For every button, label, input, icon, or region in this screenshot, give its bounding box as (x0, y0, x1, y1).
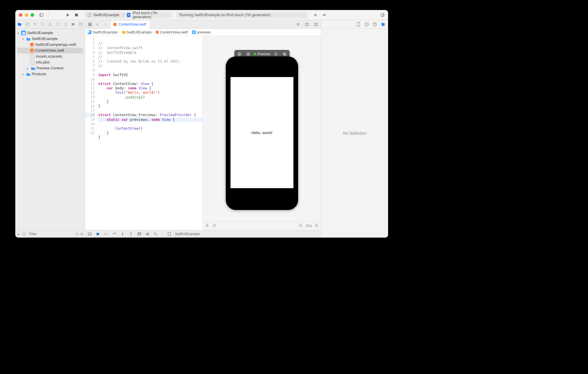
preview-list-icon[interactable] (212, 223, 216, 228)
hide-debug-icon[interactable] (87, 231, 92, 237)
related-items-icon[interactable] (86, 21, 93, 28)
issue-navigator-tab[interactable] (48, 22, 53, 27)
jump-bar[interactable]: ▣SwiftUIExample › SwiftUIExample › Conte… (85, 29, 321, 36)
code-editor[interactable]: 12345678910111213141516171819202122 // /… (85, 36, 203, 230)
breakpoint-navigator-tab[interactable] (70, 22, 76, 27)
add-editor-icon[interactable] (312, 21, 319, 28)
file-row-contentview[interactable]: ContentView.swift (17, 48, 83, 54)
assets-icon (30, 54, 35, 59)
filter-input[interactable] (29, 232, 74, 236)
swift-file-icon (30, 49, 34, 53)
svg-rect-18 (88, 23, 90, 24)
step-over-icon[interactable] (112, 231, 117, 237)
memory-graph-icon[interactable] (145, 231, 150, 237)
no-selection-label: No Selection (343, 131, 366, 136)
toggle-navigator-icon[interactable] (38, 11, 45, 19)
pin-preview-icon[interactable] (205, 223, 209, 228)
device-icon: ✦ (127, 13, 130, 17)
scheme-name: SwiftUIExample (93, 13, 119, 17)
svg-point-10 (35, 23, 36, 24)
svg-line-60 (147, 234, 148, 235)
zoom-in-icon[interactable] (315, 223, 319, 228)
step-out-icon[interactable] (128, 231, 133, 237)
breakpoints-toggle[interactable] (95, 231, 101, 237)
recent-files-icon[interactable]: ◷ (76, 232, 78, 236)
source-text[interactable]: // // ContentView.swift // SwiftUIExampl… (97, 36, 203, 230)
editor-tab[interactable]: ContentView.swift (111, 20, 150, 29)
minimap-icon[interactable] (295, 21, 302, 28)
group-preview-content[interactable]: ▸ Preview Content (15, 65, 85, 71)
history-inspector-tab[interactable] (364, 22, 369, 27)
test-navigator-tab[interactable] (55, 22, 60, 27)
preview-status: Preview (254, 52, 270, 56)
view-debug-icon[interactable] (136, 231, 142, 237)
file-row-assets[interactable]: Assets.xcassets (15, 54, 85, 59)
svg-line-8 (26, 23, 29, 26)
svg-point-9 (34, 23, 35, 24)
svg-point-12 (41, 23, 44, 25)
svg-point-67 (373, 22, 377, 26)
report-navigator-tab[interactable] (78, 22, 83, 27)
debug-process-icon[interactable] (167, 231, 172, 237)
run-button[interactable] (65, 11, 71, 19)
svg-line-63 (155, 234, 156, 234)
project-navigator-tab[interactable] (17, 22, 22, 27)
code-review-icon[interactable] (321, 11, 328, 19)
swift-file-icon (113, 23, 117, 26)
file-inspector-tab[interactable] (356, 22, 361, 27)
step-into-icon[interactable] (120, 231, 125, 237)
find-navigator-tab[interactable] (40, 22, 45, 27)
preview-canvas: Preview Hello, world! (203, 36, 321, 230)
zoom-out-icon[interactable] (299, 223, 303, 228)
stop-button[interactable] (74, 11, 80, 19)
debug-target-name[interactable]: SwiftUIExample (175, 232, 200, 236)
symbol-navigator-tab[interactable] (32, 22, 38, 27)
activity-status[interactable]: Running SwiftUIExample on iPod touch (7t… (176, 12, 308, 18)
svg-rect-46 (88, 233, 91, 235)
source-control-navigator-tab[interactable] (25, 22, 30, 27)
svg-point-53 (131, 235, 131, 236)
project-name: SwiftUIExample (27, 31, 53, 35)
live-status-dot (254, 53, 256, 55)
destination-name: iPod touch (7th generation) (133, 11, 169, 19)
svg-point-62 (156, 234, 157, 235)
filter-scope-toggle[interactable]: ⊘ (21, 232, 27, 236)
svg-point-56 (146, 233, 147, 235)
svg-rect-20 (88, 24, 90, 26)
group-row[interactable]: ▾ SwiftUIExample (15, 36, 85, 42)
minimize-window[interactable] (25, 13, 28, 17)
file-tree[interactable]: ▾▣ SwiftUIExample ▾ SwiftUIExample Swift… (15, 29, 85, 230)
library-icon[interactable] (380, 11, 386, 19)
add-button[interactable] (312, 11, 319, 19)
group-products[interactable]: ▸ Products (15, 71, 85, 77)
continue-icon[interactable] (103, 231, 109, 237)
editor-split: 12345678910111213141516171819202122 // /… (85, 36, 321, 230)
svg-rect-0 (40, 14, 43, 16)
device-frame: Hello, world! (226, 56, 298, 210)
device-screen[interactable]: Hello, world! (230, 77, 293, 188)
environment-override-icon[interactable] (153, 231, 158, 237)
tab-filename: ContentView.swift (118, 22, 146, 26)
file-row-app[interactable]: SwiftUIExampleApp.swift (15, 42, 85, 48)
attributes-inspector-tab[interactable] (380, 22, 386, 27)
svg-rect-65 (357, 22, 360, 26)
file-row-plist[interactable]: Info.plist (15, 59, 85, 65)
svg-line-13 (43, 25, 44, 26)
nav-back-icon[interactable] (94, 21, 101, 28)
zoom-window[interactable] (31, 13, 34, 17)
editor-tabbar: ContentView.swift (85, 20, 321, 29)
close-window[interactable] (19, 13, 22, 17)
zoom-label[interactable]: 75% (305, 224, 312, 228)
svg-rect-19 (90, 23, 91, 24)
help-inspector-tab[interactable] (372, 22, 377, 27)
add-file-icon[interactable]: + (17, 231, 20, 236)
canvas-viewport[interactable]: Preview Hello, world! (203, 36, 321, 222)
nav-forward-icon[interactable] (102, 21, 109, 28)
svg-point-72 (383, 24, 384, 25)
project-row[interactable]: ▾▣ SwiftUIExample (15, 30, 85, 36)
scm-filter-icon[interactable]: ⊞ (80, 232, 83, 236)
workspace-body: ▾▣ SwiftUIExample ▾ SwiftUIExample Swift… (15, 20, 388, 238)
adjust-editor-icon[interactable] (303, 21, 310, 28)
scheme-selector[interactable]: SwiftUIExample › ✦ iPod touch (7th gener… (85, 12, 172, 18)
debug-navigator-tab[interactable] (63, 22, 68, 27)
